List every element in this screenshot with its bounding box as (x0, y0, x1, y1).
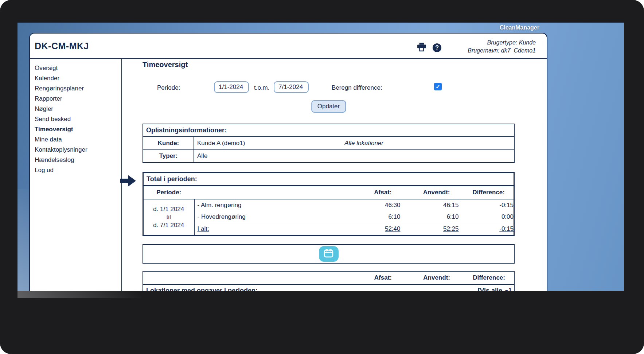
sidebar-item-kontaktoplysninger[interactable]: Kontaktoplysninger (35, 145, 121, 155)
total-caption: Total i perioden: (143, 172, 515, 185)
kunde-label: Kunde: (143, 137, 194, 150)
total-label: I alt: (194, 223, 342, 236)
period-form: Periode: t.o.m. Beregn difference: ✓ Opd… (143, 69, 515, 124)
listing-info-caption: Oplistningsinformationer: (143, 124, 515, 136)
total-period-table: Total i perioden: Periode: Afsat: Anvend… (143, 172, 515, 236)
listing-info-table: Oplistningsinformationer: Kunde: Kunde A… (143, 124, 515, 163)
period-column-header: Periode: (143, 186, 194, 199)
sidebar-item-log-ud[interactable]: Log ud (35, 165, 121, 175)
afsat-value: 46:30 (342, 199, 401, 211)
table-row: - Hovedrengøring 6:10 6:10 0:00 (143, 211, 514, 223)
body-row: Oversigt Kalender Rengøringsplaner Rappo… (30, 59, 547, 291)
period-to: d. 7/1 2024 (144, 221, 194, 229)
sidebar-nav: Oversigt Kalender Rengøringsplaner Rappo… (30, 59, 122, 291)
sidebar-item-rengoringsplaner[interactable]: Rengøringsplaner (35, 83, 121, 94)
header-right: ? Brugertype: Kunde Brugernavn: dk7_Cdem… (417, 34, 547, 55)
afsat-total: 52:40 (342, 223, 401, 236)
empty-header (143, 271, 342, 284)
vis-alle-bracket: ] (509, 287, 511, 291)
anvendt-header: Anvendt: (401, 271, 459, 284)
afsat-header: Afsat: (342, 186, 401, 199)
checkmark-icon: ✓ (436, 83, 440, 90)
kunde-value: Kunde A (demo1) (197, 140, 245, 147)
kunde-locations: Alle lokationer (344, 140, 383, 147)
company-title: DK-CM-MKJ (30, 34, 89, 51)
vis-alle-toggle[interactable]: [Vis alle ▼] (459, 284, 514, 291)
task-label: - Hovedrengøring (194, 211, 342, 223)
table-row: Typer: Alle (143, 150, 514, 163)
difference-value: 0:00 (459, 211, 514, 223)
kunde-value-cell: Kunde A (demo1) Alle lokationer (194, 137, 514, 150)
sidebar-item-haendelseslog[interactable]: Hændelseslog (35, 155, 121, 165)
anvendt-header: Anvendt: (401, 186, 459, 199)
main-content: Timeoversigt Periode: t.o.m. Beregn diff… (122, 59, 547, 291)
table-row: d. 1/1 2024 til d. 7/1 2024 - Alm. rengø… (143, 199, 514, 211)
period-to-input[interactable] (274, 81, 309, 93)
period-range-cell: d. 1/1 2024 til d. 7/1 2024 (143, 199, 194, 236)
difference-value: -0:15 (459, 199, 514, 211)
dropdown-arrow-icon: ▼ (504, 288, 509, 291)
user-name: Brugernavn: dk7_Cdemo1 (468, 47, 536, 55)
anvendt-total: 52:25 (401, 223, 459, 236)
difference-header: Difference: (459, 186, 514, 199)
locations-caption-row: Lokationer med opgaver i perioden: [Vis … (143, 284, 514, 291)
anvendt-value: 6:10 (401, 211, 459, 223)
period-from-input[interactable] (214, 81, 249, 93)
page-title: Timeoversigt (143, 61, 515, 69)
period-from: d. 1/1 2024 (144, 205, 194, 213)
table-header-row: Periode: Afsat: Anvendt: Difference: (143, 186, 514, 199)
sidebar-item-kalender[interactable]: Kalender (35, 73, 121, 83)
locations-header-row: Afsat: Anvendt: Difference: (143, 271, 514, 284)
difference-total: -0:15 (459, 223, 514, 236)
tom-label: t.o.m. (254, 84, 270, 92)
sidebar-item-rapporter[interactable]: Rapporter (35, 94, 121, 104)
table-row: Kunde: Kunde A (demo1) Alle lokationer (143, 137, 514, 150)
total-row: I alt: 52:40 52:25 -0:15 (143, 223, 514, 236)
sidebar-item-mine-data[interactable]: Mine data (35, 135, 121, 145)
app-panel: DK-CM-MKJ ? Brugertype: Kun (29, 33, 547, 291)
period-label: Periode: (157, 84, 180, 92)
locations-caption: Lokationer med opgaver i perioden: (143, 284, 459, 291)
sidebar-item-send-besked[interactable]: Send besked (35, 114, 121, 124)
device-frame: CleanManager DK-CM-MKJ ? (0, 0, 644, 354)
total-section: Total i perioden: Periode: Afsat: Anvend… (143, 172, 515, 236)
difference-label: Beregn difference: (332, 84, 382, 92)
difference-checkbox[interactable]: ✓ (434, 83, 442, 90)
pointer-arrow-icon (120, 174, 137, 189)
calendar-bar (143, 244, 515, 264)
help-icon[interactable]: ? (433, 43, 441, 52)
afsat-header: Afsat: (342, 271, 401, 284)
locations-table: Lokationer med opgaver i perioden: [Vis … (143, 271, 515, 291)
difference-header: Difference: (459, 271, 514, 284)
calendar-icon (324, 249, 333, 259)
brand-logo: CleanManager (500, 24, 539, 31)
user-type: Brugertype: Kunde (468, 39, 536, 47)
sidebar-item-oversigt[interactable]: Oversigt (35, 63, 121, 73)
calendar-button[interactable] (319, 246, 339, 262)
typer-value: Alle (194, 150, 514, 163)
update-button[interactable]: Opdater (311, 100, 346, 113)
sidebar-item-timeoversigt[interactable]: Timeoversigt (35, 124, 121, 135)
user-info: Brugertype: Kunde Brugernavn: dk7_Cdemo1 (468, 39, 536, 55)
sidebar-item-nogler[interactable]: Nøgler (35, 104, 121, 114)
browser-viewport: CleanManager DK-CM-MKJ ? (17, 23, 624, 291)
typer-label: Typer: (143, 150, 194, 163)
empty-header (194, 186, 342, 199)
task-label: - Alm. rengøring (194, 199, 342, 211)
header-icons: ? (417, 40, 441, 53)
anvendt-value: 46:15 (401, 199, 459, 211)
app-header: DK-CM-MKJ ? Brugertype: Kun (30, 34, 547, 59)
vis-alle-label: [Vis alle (477, 287, 502, 291)
print-icon[interactable] (417, 43, 426, 53)
period-til: til (144, 213, 194, 221)
afsat-value: 6:10 (342, 211, 401, 223)
